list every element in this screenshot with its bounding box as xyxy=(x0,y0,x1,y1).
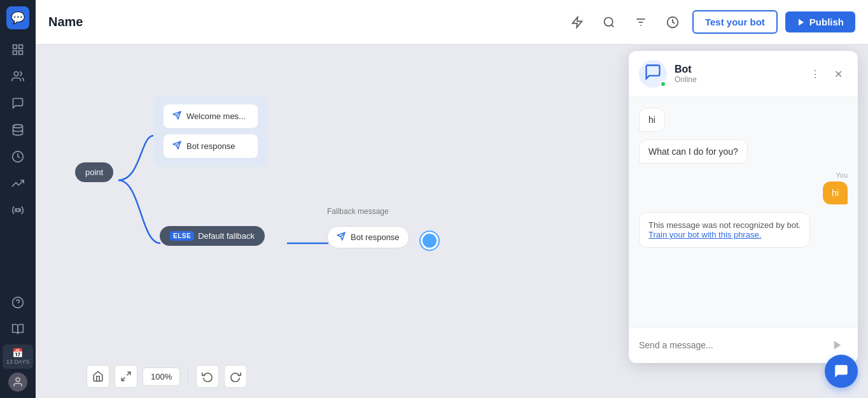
user-label: You xyxy=(836,171,848,179)
sidebar-logo[interactable]: 💬 xyxy=(6,6,29,29)
default-fallback-node[interactable]: ELSE Default fallback xyxy=(160,226,265,246)
clock-button[interactable] xyxy=(661,10,685,34)
sidebar-item-history[interactable] xyxy=(6,145,29,168)
unrecognized-bubble: This message was not recognized by bot. … xyxy=(639,212,810,248)
sidebar-item-help[interactable] xyxy=(6,291,29,314)
bot-response-node[interactable]: Bot response xyxy=(164,134,258,158)
sidebar-item-connections[interactable] xyxy=(6,199,29,222)
chat-bot-name: Bot xyxy=(675,64,798,75)
chat-more-button[interactable]: ⋮ xyxy=(806,64,825,83)
svg-line-25 xyxy=(127,372,130,375)
chat-bot-status: Online xyxy=(675,75,798,84)
fallback-bot-response-node[interactable]: Bot response xyxy=(327,226,409,248)
svg-rect-2 xyxy=(13,51,17,55)
chat-messages: hi What can I do for you? You hi This me… xyxy=(629,97,858,327)
chat-input-area xyxy=(629,327,858,363)
sidebar-item-analytics[interactable] xyxy=(6,172,29,195)
chat-panel: Bot Online ⋮ ✕ hi What can I do for you? xyxy=(629,51,858,363)
sidebar-item-users[interactable] xyxy=(6,65,29,88)
canvas: point Welcome mes... Bot response ELSE D… xyxy=(36,45,868,398)
page-title: Name xyxy=(48,15,557,29)
message-bubble: hi xyxy=(823,181,848,204)
publish-button[interactable]: Publish xyxy=(785,11,855,32)
header: Name Test your bot Publish xyxy=(36,0,868,45)
toolbar-separator xyxy=(188,367,188,385)
welcome-message-node[interactable]: Welcome mes... xyxy=(164,104,258,128)
message-bubble: hi xyxy=(639,108,665,132)
chat-bot-icon xyxy=(644,63,662,85)
connector-dot[interactable] xyxy=(421,232,438,250)
chat-header: Bot Online ⋮ ✕ xyxy=(629,51,858,97)
logo-icon: 💬 xyxy=(11,11,25,25)
chat-close-button[interactable]: ✕ xyxy=(829,64,848,83)
welcome-node-group: Welcome mes... Bot response xyxy=(153,96,268,167)
online-indicator xyxy=(660,81,666,87)
sidebar-days-badge: 📅 13 DAYS xyxy=(3,345,33,369)
svg-point-5 xyxy=(13,125,23,128)
svg-point-10 xyxy=(16,378,20,381)
floating-chat-button[interactable] xyxy=(825,355,858,388)
sidebar-item-chat[interactable] xyxy=(6,92,29,115)
svg-point-7 xyxy=(17,209,20,212)
undo-button[interactable] xyxy=(196,365,219,388)
zoom-level[interactable]: 100% xyxy=(143,367,180,386)
svg-rect-3 xyxy=(19,51,23,55)
expand-button[interactable] xyxy=(115,365,137,388)
svg-point-12 xyxy=(604,17,612,25)
chat-message-user-hi: You hi xyxy=(639,171,848,204)
train-bot-link[interactable]: Train your bot with this phrase. xyxy=(648,230,761,239)
svg-marker-11 xyxy=(572,17,582,27)
canvas-toolbar: 100% xyxy=(87,365,247,388)
days-icon: 📅 xyxy=(6,347,29,359)
chat-send-button[interactable] xyxy=(827,335,848,355)
chat-message-unrecognized: This message was not recognized by bot. … xyxy=(639,212,848,248)
else-badge: ELSE xyxy=(170,231,194,241)
sidebar-item-dashboard[interactable] xyxy=(6,38,29,61)
chat-bot-info: Bot Online xyxy=(675,64,798,84)
sidebar-item-learn[interactable] xyxy=(6,318,29,341)
welcome-send-icon xyxy=(172,111,181,122)
bot-response-send-icon xyxy=(172,141,181,152)
svg-marker-27 xyxy=(834,341,841,350)
test-bot-button[interactable]: Test your bot xyxy=(692,10,778,34)
chat-header-actions: ⋮ ✕ xyxy=(806,64,848,83)
svg-line-13 xyxy=(612,24,614,27)
chat-message-input[interactable] xyxy=(639,340,822,350)
sidebar-bottom: 📅 13 DAYS xyxy=(3,291,33,392)
message-bubble: What can I do for you? xyxy=(639,139,748,164)
fallback-send-icon xyxy=(337,232,346,243)
svg-rect-1 xyxy=(19,45,23,49)
chat-message-bot-hi: hi xyxy=(639,108,848,132)
search-button[interactable] xyxy=(597,10,621,34)
main-content: Name Test your bot Publish xyxy=(36,0,868,398)
home-button[interactable] xyxy=(87,365,109,388)
user-avatar[interactable] xyxy=(8,373,27,392)
filter-button[interactable] xyxy=(629,10,653,34)
chat-bot-avatar xyxy=(639,60,667,88)
redo-button[interactable] xyxy=(224,365,247,388)
sidebar-item-database[interactable] xyxy=(6,118,29,141)
svg-marker-18 xyxy=(799,18,804,25)
svg-point-4 xyxy=(14,72,18,76)
sidebar: 💬 📅 13 DAYS xyxy=(0,0,36,398)
startpoint-node[interactable]: point xyxy=(75,162,113,182)
chat-message-bot-greeting: What can I do for you? xyxy=(639,139,848,164)
fallback-message-label: Fallback message xyxy=(327,207,389,216)
flash-button[interactable] xyxy=(565,10,589,34)
svg-rect-0 xyxy=(13,45,17,49)
svg-line-26 xyxy=(122,378,125,381)
